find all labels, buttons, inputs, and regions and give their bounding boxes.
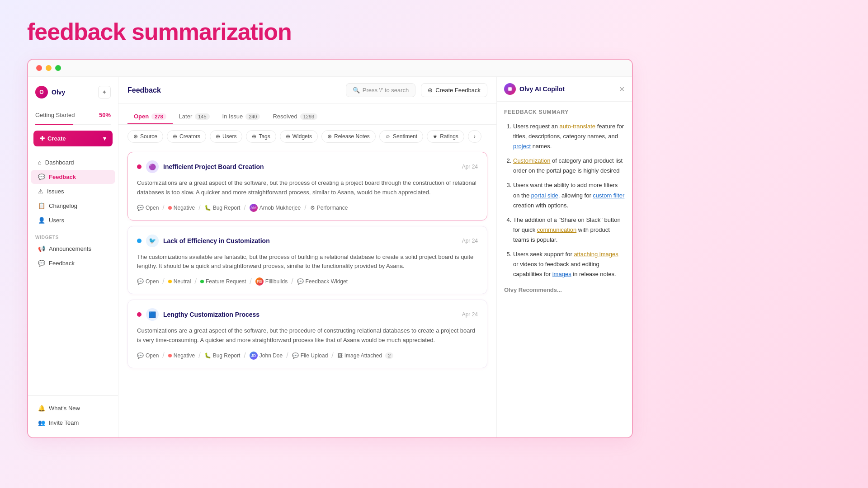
whats-new-icon: 🔔: [38, 405, 45, 412]
nav-item-changelog[interactable]: 📋 Changelog: [31, 199, 115, 213]
summary-item-4: The addition of a "Share on Slack" butto…: [513, 215, 625, 245]
tab-in-issue[interactable]: In Issue 240: [216, 109, 267, 124]
filter-bar: ⊕ Source ⊕ Creators ⊕ Users ⊕: [118, 125, 496, 148]
sidebar-bottom: 🔔 What's New 👥 Invite Team: [28, 395, 118, 430]
copilot-title: Olvy AI Copilot: [519, 85, 565, 93]
card-indicator-3: [137, 312, 142, 317]
nav-item-invite-team[interactable]: 👥 Invite Team: [31, 416, 115, 430]
link-customization: Customization: [513, 157, 550, 164]
create-feedback-button[interactable]: ⊕ Create Feedback: [421, 83, 487, 97]
filter-more[interactable]: ›: [468, 130, 481, 143]
main-header: Feedback 🔍 Press '/' to search ⊕ Create …: [118, 77, 496, 104]
filter-ratings[interactable]: ★ Ratings: [427, 130, 464, 143]
ratings-filter-icon: ★: [433, 133, 438, 140]
summary-item-1: Users request an auto-translate feature …: [513, 122, 625, 151]
tag-negative-1: Negative: [168, 205, 195, 211]
copilot-panel: Olvy AI Copilot ✕ Feedback Summary Users…: [496, 77, 632, 437]
nav-item-feedback[interactable]: 💬 Feedback: [31, 170, 115, 184]
feedback-card-1: 🟣 Inefficient Project Board Creation Apr…: [127, 152, 487, 221]
card-tags-1: 💬 Open / Negative / 🐛: [137, 204, 478, 212]
filter-tags[interactable]: ⊕ Tags: [246, 130, 276, 143]
card-date-1: Apr 24: [462, 164, 478, 170]
header-actions: 🔍 Press '/' to search ⊕ Create Feedback: [346, 83, 487, 97]
users-filter-icon: ⊕: [216, 133, 220, 140]
nav-item-issues[interactable]: ⚠ Issues: [31, 184, 115, 198]
negative-dot-3: [168, 354, 172, 357]
tag-open-3: 💬 Open: [137, 352, 159, 359]
release-notes-filter-icon: ⊕: [327, 133, 332, 140]
tab-resolved-count: 1293: [300, 113, 317, 120]
tag-bug-1: 🐛 Bug Report: [204, 205, 241, 211]
sidebar: O Olvy ✦ Getting Started 50% ✚: [28, 77, 118, 437]
tag-feature-2: Feature Request: [200, 278, 246, 285]
link-attaching-images: attaching images: [574, 251, 618, 258]
home-icon: ⌂: [38, 159, 42, 166]
open-icon-3: 💬: [137, 352, 144, 359]
category-icon: ⚙: [310, 205, 315, 211]
progress-percentage: 50%: [99, 112, 111, 118]
tag-file-upload-3: 💬 File Upload: [292, 352, 328, 359]
getting-started-row: Getting Started 50%: [28, 110, 118, 124]
card-title-2: Lack of Efficiency in Customization: [163, 237, 458, 244]
summary-item-2: Customization of category and product li…: [513, 156, 625, 176]
copilot-body: Feedback Summary Users request an auto-t…: [497, 102, 632, 437]
tag-negative-3: Negative: [168, 352, 195, 359]
card-avatar-2: 🐦: [146, 235, 159, 247]
card-tags-3: 💬 Open / Negative / 🐛: [137, 352, 478, 360]
app-window: O Olvy ✦ Getting Started 50% ✚: [27, 59, 633, 438]
nav-item-dashboard[interactable]: ⌂ Dashboard: [31, 155, 115, 169]
create-button[interactable]: ✚ Create ▾: [33, 131, 113, 146]
link-portal-side: portal side,: [531, 192, 560, 199]
tag-creator-1: AM Arnob Mukherjee: [250, 204, 301, 212]
widgets-filter-icon: ⊕: [286, 133, 290, 140]
tab-open[interactable]: Open 278: [127, 109, 173, 124]
tl-red[interactable]: [36, 65, 42, 71]
copilot-icon: [504, 83, 516, 95]
filter-source[interactable]: ⊕ Source: [127, 130, 163, 143]
copilot-header: Olvy AI Copilot ✕: [497, 77, 632, 102]
tag-open-1: 💬 Open: [137, 205, 159, 211]
card-indicator-2: [137, 239, 142, 243]
summary-list: Users request an auto-translate feature …: [504, 122, 625, 279]
copilot-close-button[interactable]: ✕: [619, 85, 625, 94]
tag-neutral-2: Neutral: [168, 278, 191, 285]
card-body-1: Customizations are a great aspect of the…: [137, 178, 478, 197]
main-header-title: Feedback: [127, 86, 161, 94]
summary-item-3: Users want the ability to add more filte…: [513, 180, 625, 210]
tab-resolved[interactable]: Resolved 1293: [266, 109, 324, 124]
main-content: Feedback 🔍 Press '/' to search ⊕ Create …: [118, 77, 496, 437]
summary-item-5: Users seek support for attaching images …: [513, 249, 625, 279]
card-body-2: The customizations available are fantast…: [137, 253, 478, 272]
image-icon: 🖼: [337, 352, 343, 359]
nav-item-announcements[interactable]: 📢 Announcements: [31, 242, 115, 256]
tab-later[interactable]: Later 145: [173, 109, 216, 124]
tag-bug-3: 🐛 Bug Report: [204, 352, 241, 359]
link-auto-translate: auto-translate: [560, 123, 596, 130]
filter-creators[interactable]: ⊕ Creators: [167, 130, 206, 143]
tl-yellow[interactable]: [46, 65, 52, 71]
nav-item-whats-new[interactable]: 🔔 What's New: [31, 401, 115, 415]
sidebar-sparkle-btn[interactable]: ✦: [98, 86, 111, 99]
progress-bar-fill: [35, 124, 73, 125]
tl-green[interactable]: [55, 65, 61, 71]
plus-icon: ⊕: [428, 87, 433, 94]
nav-item-feedback-widget[interactable]: 💬 Feedback: [31, 256, 115, 270]
link-communication: communication: [537, 226, 576, 233]
tabs-row: Open 278 Later 145 In Issue 240 Resolv: [118, 104, 496, 125]
filter-release-notes[interactable]: ⊕ Release Notes: [321, 130, 376, 143]
feedback-card-3: 🟦 Lengthy Customization Process Apr 24 C…: [127, 300, 487, 368]
search-button[interactable]: 🔍 Press '/' to search: [346, 83, 416, 97]
card-indicator-1: [137, 164, 142, 169]
tag-category-1: ⚙ Performance: [310, 205, 348, 211]
nav-item-users[interactable]: 👤 Users: [31, 213, 115, 227]
sidebar-brand: O Olvy ✦: [28, 84, 118, 106]
filter-users[interactable]: ⊕ Users: [210, 130, 242, 143]
getting-started-label: Getting Started: [35, 112, 75, 118]
filter-sentiment[interactable]: ☺ Sentiment: [379, 130, 423, 143]
creator-avatar-3: JD: [250, 352, 258, 360]
nav-section: ⌂ Dashboard 💬 Feedback ⚠ Issues 📋: [28, 154, 118, 230]
filter-widgets[interactable]: ⊕ Widgets: [280, 130, 318, 143]
widget-icon: 💬: [38, 260, 45, 267]
link-project: project: [513, 143, 531, 150]
feature-dot: [200, 280, 204, 283]
